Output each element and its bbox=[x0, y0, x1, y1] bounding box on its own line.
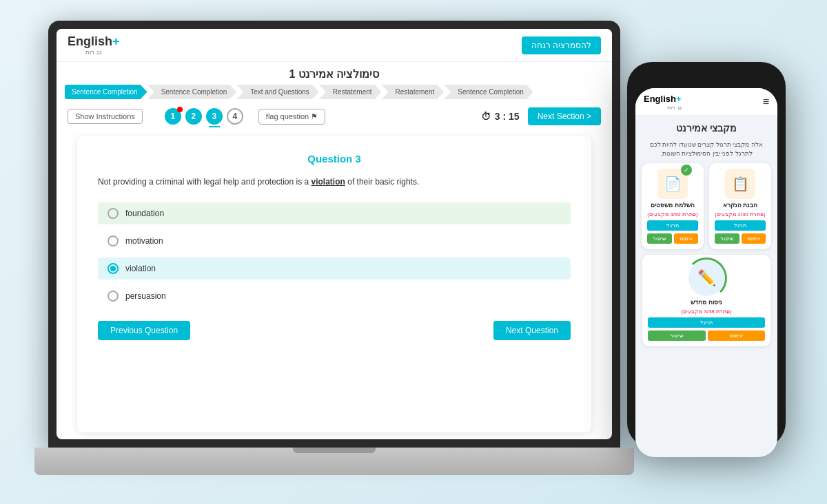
phone-screen: English+ נג רוח ≡ מקבצי אמירנט אלה מקבצי… bbox=[635, 88, 777, 457]
phone-single-btn-practice[interactable]: תרגל bbox=[648, 317, 765, 328]
phone-logo-sub: נג רוח bbox=[644, 105, 682, 111]
option-motivation-label: motivation bbox=[125, 236, 163, 246]
question-number-1[interactable]: 1 bbox=[165, 108, 181, 125]
question-keyword: violation bbox=[312, 177, 345, 187]
option-persuasion-label: persuasion bbox=[125, 291, 166, 301]
phone-card-reading-btns2: שיטור אימוס bbox=[715, 233, 766, 244]
phone-single-title: ניסוח מחדש bbox=[691, 299, 722, 306]
phone-single-card: ✏️ ניסוח מחדש (פתרת 3/38 מקבצים) תרגל שי… bbox=[642, 255, 770, 346]
question-card: Question 3 Not providing a criminal with… bbox=[77, 136, 591, 432]
phone-header: English+ נג רוח ≡ bbox=[635, 88, 777, 116]
question-title: Question 3 bbox=[98, 153, 571, 165]
phone-single-btns: תרגל bbox=[648, 317, 765, 328]
flag-dot bbox=[177, 107, 183, 112]
phone-notch bbox=[679, 70, 734, 85]
question-number-4[interactable]: 4 bbox=[227, 108, 243, 125]
phone-reading-btn-imos[interactable]: אימוס bbox=[742, 233, 766, 244]
logo: English+ נג רוח bbox=[68, 34, 120, 56]
previous-question-button[interactable]: Previous Question bbox=[98, 321, 190, 340]
hamburger-menu-icon[interactable]: ≡ bbox=[763, 96, 769, 108]
laptop-body: English+ נג רוח להסמרציה רגחה סימולציה א… bbox=[48, 21, 620, 448]
breadcrumb-item-3[interactable]: Text and Questions bbox=[236, 85, 319, 99]
phone-subtitle: אלה מקבצי תרגול קצרים שנועדו להיות לכם ל… bbox=[642, 140, 770, 158]
phone-card-reading-btns: תרגל bbox=[715, 220, 766, 231]
phone-sentence-btn-shitur[interactable]: שיטור bbox=[647, 233, 672, 244]
phone-card-sentence-subtitle: (פתרת 4/92 מקבצים) bbox=[647, 211, 697, 218]
laptop-screen: English+ נג רוח להסמרציה רגחה סימולציה א… bbox=[57, 29, 612, 439]
next-section-button[interactable]: Next Section > bbox=[528, 107, 601, 125]
screen-title: סימולציה אמירנט 1 bbox=[57, 62, 612, 85]
phone-card-reading-title: הבנת הנקרא bbox=[723, 202, 758, 209]
timer-value: 3 : 15 bbox=[495, 111, 520, 122]
option-violation-label: violation bbox=[125, 264, 156, 273]
option-foundation[interactable]: foundation bbox=[98, 202, 571, 224]
phone-card-sentence-icon: 📄 ✓ bbox=[657, 169, 688, 199]
phone-reading-btn-practice[interactable]: תרגל bbox=[715, 220, 766, 231]
phone-cards-row: 📄 ✓ השלמת משפטים (פתרת 4/92 מקבצים) תרגל… bbox=[642, 163, 770, 249]
phone-sentence-btn-practice[interactable]: תרגל bbox=[647, 220, 698, 231]
radio-foundation[interactable] bbox=[108, 208, 119, 219]
screen-header: English+ נג רוח להסמרציה רגחה bbox=[57, 29, 612, 62]
option-motivation[interactable]: motivation bbox=[98, 230, 571, 252]
phone-card-sentence: 📄 ✓ השלמת משפטים (פתרת 4/92 מקבצים) תרגל… bbox=[642, 163, 704, 249]
radio-persuasion[interactable] bbox=[108, 291, 119, 302]
phone-single-subtitle: (פתרת 3/38 מקבצים) bbox=[681, 308, 731, 315]
breadcrumb-bar: Sentence Completion Sentence Completion … bbox=[57, 85, 612, 103]
question-number-3[interactable]: 3 bbox=[206, 108, 223, 125]
card-footer: Previous Question Next Question bbox=[98, 321, 571, 340]
next-question-button[interactable]: Next Question bbox=[493, 321, 571, 340]
show-instructions-button[interactable]: Show Instructions bbox=[68, 109, 143, 124]
flag-question-button[interactable]: flag question ⚑ bbox=[258, 109, 325, 125]
question-text: Not providing a criminal with legal help… bbox=[98, 176, 571, 189]
breadcrumb-item-1[interactable]: Sentence Completion bbox=[65, 85, 147, 99]
logo-english-text: English bbox=[68, 34, 112, 48]
breadcrumb-item-6[interactable]: Sentence Completion bbox=[444, 85, 533, 99]
phone-reading-btn-shitur[interactable]: שיטור bbox=[715, 233, 739, 244]
question-text-before: Not providing a criminal with legal help… bbox=[98, 177, 309, 187]
phone-sentence-btn-imos[interactable]: אימוס bbox=[674, 233, 698, 244]
phone-device: English+ נג רוח ≡ מקבצי אמירנט אלה מקבצי… bbox=[627, 62, 786, 448]
phone-card-sentence-btns: תרגל bbox=[647, 220, 698, 231]
breadcrumb-item-4[interactable]: Restatement bbox=[319, 85, 382, 99]
phone-card-reading-subtitle: (פתרת 2/30 מקבצים) bbox=[715, 211, 765, 218]
clock-icon: ⏱ bbox=[481, 111, 491, 122]
timer: ⏱ 3 : 15 bbox=[481, 111, 520, 122]
options-list: foundation motivation violation persuasi… bbox=[98, 202, 571, 307]
logo-plus-icon: + bbox=[112, 34, 120, 48]
question-numbers: 1 2 3 4 bbox=[165, 108, 243, 125]
quiz-controls: Show Instructions 1 2 3 4 flag question … bbox=[57, 103, 612, 129]
phone-card-reading: 📋 הבנת הנקרא (פתרת 2/30 מקבצים) תרגל שיט… bbox=[709, 163, 771, 249]
phone-single-icon: ✏️ bbox=[688, 260, 724, 296]
progress-arc bbox=[686, 258, 727, 299]
option-foundation-label: foundation bbox=[125, 209, 164, 218]
breadcrumb-item-5[interactable]: Restatement bbox=[382, 85, 445, 99]
success-badge-icon: ✓ bbox=[681, 165, 692, 176]
question-text-after: of their basic rights. bbox=[347, 177, 419, 187]
phone-card-sentence-btns2: שיטור אימוס bbox=[647, 233, 698, 244]
option-violation[interactable]: violation bbox=[98, 258, 571, 280]
phone-plus: + bbox=[676, 94, 682, 104]
laptop-base bbox=[34, 448, 634, 475]
laptop-device: English+ נג רוח להסמרציה רגחה סימולציה א… bbox=[34, 21, 634, 475]
phone-single-btn-imos[interactable]: אימוס bbox=[708, 330, 766, 341]
phone-english: English bbox=[644, 94, 676, 104]
phone-title: מקבצי אמירנט bbox=[642, 123, 770, 134]
question-number-2[interactable]: 2 bbox=[185, 108, 202, 125]
cta-button[interactable]: להסמרציה רגחה bbox=[522, 36, 601, 54]
phone-logo: English+ נג רוח bbox=[644, 92, 682, 111]
phone-logo-text: English+ bbox=[644, 94, 682, 104]
phone-content: מקבצי אמירנט אלה מקבצי תרגול קצרים שנועד… bbox=[635, 116, 777, 457]
phone-single-btn-shitur[interactable]: שיטור bbox=[648, 330, 706, 341]
phone-card-reading-icon: 📋 bbox=[725, 169, 755, 199]
logo-sub-text: נג רוח bbox=[68, 49, 120, 56]
breadcrumb-item-2[interactable]: Sentence Completion bbox=[147, 85, 237, 99]
option-persuasion[interactable]: persuasion bbox=[98, 285, 571, 307]
phone-card-sentence-title: השלמת משפטים bbox=[651, 202, 695, 209]
radio-motivation[interactable] bbox=[108, 235, 119, 246]
phone-single-btns2: שיטור אימוס bbox=[648, 330, 765, 341]
radio-violation[interactable] bbox=[108, 263, 119, 274]
